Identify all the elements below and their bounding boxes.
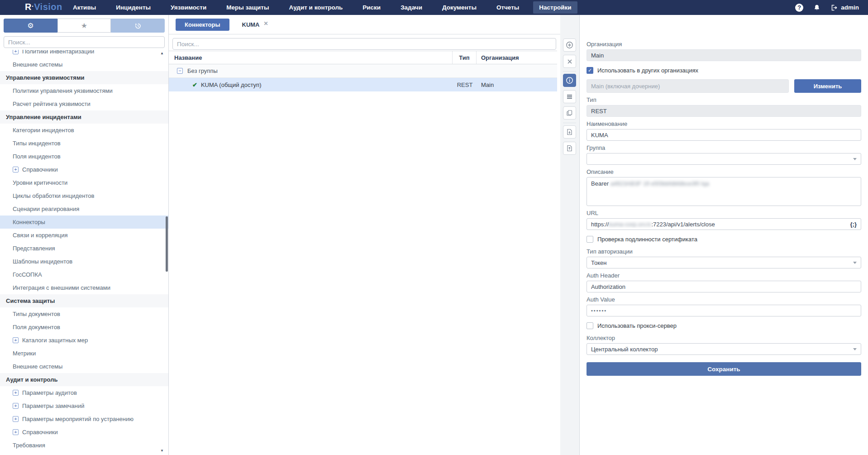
add-button[interactable] bbox=[563, 38, 576, 52]
tab-favorites[interactable]: ★ bbox=[57, 19, 111, 33]
sidebar-item-28[interactable]: Параметры мероприятий по устранению bbox=[0, 412, 168, 426]
sidebar-item-30[interactable]: Требования bbox=[0, 439, 168, 452]
sidebar-item-3[interactable]: Политики управления уязвимостями bbox=[0, 84, 168, 97]
checkbox-unchecked-icon[interactable] bbox=[587, 236, 593, 243]
sidebar-item-22[interactable]: Каталоги защитных мер bbox=[0, 334, 168, 347]
sidebar-scrollbar-thumb[interactable] bbox=[166, 216, 168, 272]
sidebar-item-9[interactable]: Справочники bbox=[0, 163, 168, 176]
column-header-type[interactable]: Тип bbox=[453, 51, 477, 64]
sidebar-item-24[interactable]: Внешние системы bbox=[0, 360, 168, 373]
auth-type-dropdown[interactable]: Токен bbox=[587, 257, 861, 268]
group-row[interactable]: Без группы bbox=[169, 64, 557, 78]
nav-item-1[interactable]: Инциденты bbox=[110, 1, 157, 14]
url-input[interactable]: https://kuma-corp.srv.lc:7223/api/v1/ale… bbox=[587, 218, 861, 230]
logout-icon bbox=[830, 4, 838, 11]
sidebar-tab-strip: ⚙ ★ bbox=[4, 19, 165, 33]
sidebar-item-17[interactable]: ГосСОПКА bbox=[0, 268, 168, 281]
nav-item-6[interactable]: Задачи bbox=[395, 1, 428, 14]
sidebar-item-1[interactable]: Внешние системы bbox=[0, 58, 168, 71]
nav-item-4[interactable]: Аудит и контроль bbox=[283, 1, 348, 14]
connectors-search-input[interactable] bbox=[172, 38, 556, 50]
sidebar-item-6[interactable]: Категории инцидентов bbox=[0, 124, 168, 137]
column-header-name[interactable]: Название bbox=[169, 51, 453, 64]
nav-item-0[interactable]: Активы bbox=[67, 1, 102, 14]
table-row[interactable]: ✔ KUMA (общий доступ) REST Main bbox=[169, 78, 557, 91]
save-button[interactable]: Сохранить bbox=[587, 362, 861, 376]
bell-icon[interactable] bbox=[813, 4, 820, 11]
nav-item-9[interactable]: Настройки bbox=[533, 1, 577, 14]
checkbox-checked-icon[interactable] bbox=[587, 67, 593, 74]
nav-item-7[interactable]: Документы bbox=[436, 1, 482, 14]
import-button[interactable] bbox=[563, 142, 576, 155]
tab-kuma[interactable]: KUMA ✕ bbox=[242, 21, 268, 28]
sidebar-item-21[interactable]: Поля документов bbox=[0, 321, 168, 334]
collapse-minus-icon[interactable] bbox=[177, 68, 183, 74]
expand-plus-icon[interactable] bbox=[13, 337, 19, 343]
sidebar-item-29[interactable]: Справочники bbox=[0, 426, 168, 439]
name-input[interactable] bbox=[587, 129, 861, 141]
expand-plus-icon[interactable] bbox=[13, 429, 19, 435]
copy-button[interactable] bbox=[563, 106, 576, 120]
nav-item-8[interactable]: Отчеты bbox=[491, 1, 525, 14]
sidebar-item-0[interactable]: Политики инвентаризации bbox=[0, 50, 168, 58]
tab-connectors[interactable]: Коннекторы bbox=[176, 19, 229, 31]
variables-icon[interactable]: {;} bbox=[850, 221, 857, 228]
proxy-label: Использовать прокси-сервер bbox=[597, 322, 677, 329]
sidebar-item-31[interactable]: К bbox=[0, 452, 168, 455]
type-field: REST bbox=[587, 105, 861, 117]
expand-plus-icon[interactable] bbox=[13, 403, 19, 409]
sidebar-item-23[interactable]: Метрики bbox=[0, 347, 168, 360]
group-dropdown[interactable] bbox=[587, 153, 861, 165]
cert-checkbox-row[interactable]: Проверка подлинности сертификата bbox=[587, 235, 861, 243]
user-menu[interactable]: admin bbox=[830, 4, 859, 11]
collector-dropdown[interactable]: Центральный коллектор bbox=[587, 343, 861, 355]
sidebar-item-16[interactable]: Шаблоны инцидентов bbox=[0, 255, 168, 268]
sidebar-item-11[interactable]: Циклы обработки инцидентов bbox=[0, 189, 168, 202]
info-button[interactable] bbox=[563, 74, 576, 87]
sidebar-item-27[interactable]: Параметры замечаний bbox=[0, 399, 168, 412]
proxy-checkbox-row[interactable]: Использовать прокси-сервер bbox=[587, 322, 861, 329]
delete-button[interactable] bbox=[563, 55, 576, 68]
tab-settings-gear[interactable]: ⚙ bbox=[4, 19, 57, 33]
expand-plus-icon[interactable] bbox=[13, 50, 19, 54]
tab-history[interactable] bbox=[111, 19, 165, 33]
description-label: Описание bbox=[587, 168, 861, 175]
url-prefix: https:// bbox=[591, 221, 609, 228]
sidebar-item-18[interactable]: Интеграция с внешними системами bbox=[0, 281, 168, 294]
sidebar-item-14[interactable]: Связи и корреляция bbox=[0, 229, 168, 242]
connector-form-panel: Организация Main Использовать в других о… bbox=[580, 15, 868, 455]
auth-value-input[interactable]: •••••• bbox=[587, 305, 861, 316]
sidebar-item-10[interactable]: Уровни критичности bbox=[0, 176, 168, 189]
chevron-down-icon bbox=[853, 158, 857, 160]
column-header-org[interactable]: Организация bbox=[477, 51, 557, 64]
sidebar-item-7[interactable]: Типы инцидентов bbox=[0, 137, 168, 150]
auth-header-label: Auth Header bbox=[587, 272, 861, 279]
org-scope-field: Main (включая дочерние) bbox=[587, 79, 789, 93]
scroll-down-icon[interactable]: ▼ bbox=[160, 449, 165, 453]
sidebar-item-15[interactable]: Представления bbox=[0, 242, 168, 255]
sidebar-item-13[interactable]: Коннекторы bbox=[0, 216, 168, 229]
expand-plus-icon[interactable] bbox=[13, 167, 19, 172]
change-button[interactable]: Изменить bbox=[794, 79, 861, 93]
share-checkbox-row[interactable]: Использовать в других организациях bbox=[587, 67, 861, 74]
expand-plus-icon[interactable] bbox=[13, 390, 19, 396]
details-button[interactable] bbox=[563, 90, 576, 103]
close-tab-icon[interactable]: ✕ bbox=[264, 21, 268, 26]
auth-header-input[interactable] bbox=[587, 281, 861, 292]
sidebar-item-8[interactable]: Поля инцидентов bbox=[0, 150, 168, 163]
description-textarea[interactable]: Bearer a4923AB3F 1fl e5f3bbfdbfdbce3f0 l… bbox=[587, 177, 861, 206]
scroll-up-icon[interactable]: ▲ bbox=[160, 51, 165, 56]
export-button[interactable] bbox=[563, 125, 576, 139]
sidebar-item-4[interactable]: Расчет рейтинга уязвимости bbox=[0, 97, 168, 110]
description-redacted-text: a4923AB3F 1fl e5f3bbfdbfdbce3f0 lqa bbox=[610, 180, 709, 187]
help-icon[interactable]: ? bbox=[795, 4, 803, 12]
checkbox-unchecked-icon[interactable] bbox=[587, 322, 593, 329]
sidebar-item-20[interactable]: Типы документов bbox=[0, 307, 168, 321]
nav-item-5[interactable]: Риски bbox=[357, 1, 386, 14]
sidebar-item-26[interactable]: Параметры аудитов bbox=[0, 386, 168, 399]
sidebar-search-input[interactable] bbox=[4, 36, 165, 48]
nav-item-3[interactable]: Меры защиты bbox=[220, 1, 275, 14]
nav-item-2[interactable]: Уязвимости bbox=[165, 1, 212, 14]
expand-plus-icon[interactable] bbox=[13, 416, 19, 422]
sidebar-item-12[interactable]: Сценарии реагирования bbox=[0, 202, 168, 216]
